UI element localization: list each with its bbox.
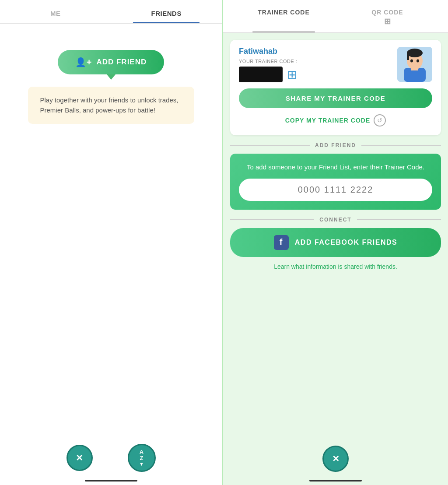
svg-point-6	[410, 60, 413, 63]
qr-code-icon: ⊞	[336, 17, 439, 26]
qr-grid-icon[interactable]: ⊞	[287, 67, 297, 82]
connect-title: CONNECT	[319, 217, 351, 223]
add-friend-icon: 👤+	[75, 57, 92, 67]
home-indicator-right	[309, 480, 362, 481]
left-tab-bar: ME FRIENDS	[0, 0, 222, 24]
trainer-code-row: ⊞	[239, 67, 297, 82]
add-friend-section: ADD FRIEND To add someone to your Friend…	[230, 142, 441, 210]
trainer-code-input[interactable]	[239, 179, 432, 201]
svg-point-7	[416, 60, 419, 63]
tab-me[interactable]: ME	[0, 0, 111, 23]
trainer-code-blacked	[239, 67, 283, 82]
trainer-avatar	[397, 47, 432, 82]
tab-friends[interactable]: FRIENDS	[111, 0, 222, 23]
bottom-buttons-right: ✕	[322, 446, 349, 472]
share-trainer-code-button[interactable]: SHARE MY TRAINER CODE	[239, 88, 432, 108]
svg-point-4	[407, 49, 423, 57]
home-indicator-left	[85, 480, 137, 481]
connect-divider-line-left	[230, 219, 314, 220]
copy-trainer-code-label: COPY MY TRAINER CODE	[285, 117, 371, 124]
bottom-buttons-left: ✕ A Z ▼	[66, 444, 156, 472]
connect-divider-line-right	[357, 219, 441, 220]
right-tab-bar: TRAINER CODE QR CODE ⊞	[223, 0, 448, 33]
divider-line-right	[361, 145, 441, 146]
trainer-code-label: YOUR TRAINER CODE :	[239, 59, 297, 64]
trainer-card: Fatiwahab YOUR TRAINER CODE : ⊞	[230, 40, 441, 135]
sort-button[interactable]: A Z ▼	[128, 444, 156, 472]
trainer-name: Fatiwahab	[239, 47, 297, 56]
facebook-icon: f	[274, 235, 289, 250]
add-friend-description: To add someone to your Friend List, ente…	[239, 162, 432, 172]
friends-info-box: Play together with your friends to unloc…	[28, 87, 194, 124]
svg-rect-5	[407, 53, 409, 60]
sort-arrow-icon: ▼	[139, 461, 144, 467]
add-facebook-friends-button[interactable]: f ADD FACEBOOK FRIENDS	[230, 228, 441, 257]
learn-more-link[interactable]: Learn what information is shared with fr…	[230, 263, 441, 270]
add-friend-title: ADD FRIEND	[315, 142, 356, 148]
connect-section: CONNECT f ADD FACEBOOK FRIENDS Learn wha…	[230, 217, 441, 270]
tab-trainer-code[interactable]: TRAINER CODE	[232, 0, 336, 32]
add-friend-divider: ADD FRIEND	[230, 142, 441, 148]
close-button-right[interactable]: ✕	[322, 446, 349, 472]
refresh-icon[interactable]: ↺	[374, 114, 386, 127]
add-friend-card: To add someone to your Friend List, ente…	[230, 154, 441, 210]
trainer-info: Fatiwahab YOUR TRAINER CODE : ⊞	[239, 47, 297, 82]
connect-divider: CONNECT	[230, 217, 441, 223]
add-friend-button[interactable]: 👤+ ADD FRIEND	[58, 50, 164, 74]
close-button-left[interactable]: ✕	[66, 445, 93, 471]
right-panel: TRAINER CODE QR CODE ⊞ Fatiwahab YOUR TR…	[223, 0, 448, 485]
trainer-header: Fatiwahab YOUR TRAINER CODE : ⊞	[239, 47, 432, 82]
divider-line-left	[230, 145, 310, 146]
tab-qr-code[interactable]: QR CODE ⊞	[336, 0, 439, 32]
left-panel: ME FRIENDS 👤+ ADD FRIEND Play together w…	[0, 0, 223, 485]
copy-trainer-code-row[interactable]: COPY MY TRAINER CODE ↺	[239, 114, 432, 127]
